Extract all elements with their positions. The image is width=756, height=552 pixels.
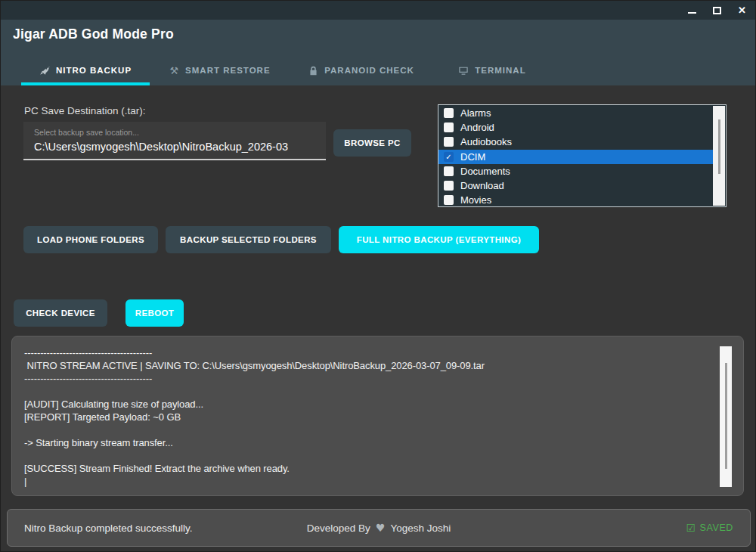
status-bar: Nitro Backup completed successfully. Dev… <box>7 509 751 547</box>
tab-label: NITRO BACKUP <box>56 66 132 75</box>
list-item[interactable]: Audiobooks <box>438 135 713 149</box>
credit-prefix: Developed By <box>307 523 370 534</box>
close-icon: ✕ <box>738 5 746 15</box>
list-item-label: Alarms <box>460 107 491 119</box>
log-panel: ----------------------------------------… <box>11 336 744 496</box>
tab-label: SMART RESTORE <box>185 66 270 75</box>
destination-label: PC Save Destination (.tar): <box>24 105 146 116</box>
checkbox-checked-icon: ☑ <box>686 522 696 534</box>
list-item[interactable]: Movies <box>438 193 713 207</box>
destination-value: C:\Users\gsmyogesh\Desktop\NitroBackup_2… <box>34 141 323 153</box>
checkbox[interactable] <box>444 181 454 191</box>
list-item[interactable]: Alarms <box>438 106 713 120</box>
close-button[interactable]: ✕ <box>738 5 746 15</box>
browse-pc-button[interactable]: BROWSE PC <box>333 129 411 157</box>
minimize-icon <box>688 12 696 14</box>
list-item-label: Movies <box>460 194 491 206</box>
header: Jigar ADB God Mode Pro NITRO BACKUP ⚒ SM… <box>1 20 755 85</box>
heart-icon: ♥ <box>376 522 386 534</box>
folder-list-scrollbar[interactable] <box>713 106 725 206</box>
list-item-label: Android <box>460 122 494 133</box>
tab-label: TERMINAL <box>475 66 525 75</box>
destination-input[interactable]: Select backup save location... C:\Users\… <box>23 122 326 160</box>
check-device-button[interactable]: CHECK DEVICE <box>14 299 107 327</box>
checkbox[interactable] <box>444 122 454 132</box>
maximize-button[interactable] <box>713 7 721 14</box>
tab-smart-restore[interactable]: ⚒ SMART RESTORE <box>152 58 288 85</box>
status-message: Nitro Backup completed successfully. <box>24 523 193 534</box>
tab-paranoid-check[interactable]: PARANOID CHECK <box>290 58 432 85</box>
log-output[interactable]: ----------------------------------------… <box>24 346 708 489</box>
tab-bar: NITRO BACKUP ⚒ SMART RESTORE PARANOID CH… <box>1 58 550 85</box>
credit-name: Yogesh Joshi <box>390 523 451 534</box>
list-item-label: DCIM <box>460 151 485 163</box>
checkbox[interactable] <box>444 137 454 147</box>
app-title: Jigar ADB God Mode Pro <box>13 26 174 42</box>
list-item-label: Download <box>460 180 504 191</box>
list-item-label: Audiobooks <box>460 136 512 147</box>
lock-icon <box>308 66 318 76</box>
scrollbar-thumb[interactable] <box>725 363 727 469</box>
rocket-icon <box>39 65 50 76</box>
titlebar: ✕ <box>1 1 755 20</box>
scrollbar-thumb[interactable] <box>718 119 720 174</box>
checkbox[interactable] <box>444 166 454 176</box>
list-item[interactable]: Download <box>438 178 713 193</box>
log-scrollbar[interactable] <box>720 346 732 487</box>
destination-placeholder: Select backup save location... <box>34 128 139 137</box>
list-item[interactable]: Android <box>438 120 713 135</box>
list-item-label: Documents <box>460 166 510 177</box>
tab-terminal[interactable]: TERMINAL <box>435 58 550 85</box>
tools-icon: ⚒ <box>169 65 179 76</box>
terminal-icon <box>458 66 469 76</box>
folder-list[interactable]: Alarms Android Audiobooks ✓ DCIM Documen… <box>438 104 727 207</box>
saved-badge: ☑ SAVED <box>686 522 733 534</box>
list-item[interactable]: Documents <box>438 164 713 178</box>
saved-label: SAVED <box>700 523 733 533</box>
load-phone-folders-button[interactable]: LOAD PHONE FOLDERS <box>23 226 158 253</box>
app-window: ✕ Jigar ADB God Mode Pro NITRO BACKUP ⚒ … <box>0 0 756 552</box>
reboot-button[interactable]: REBOOT <box>125 299 184 327</box>
tab-label: PARANOID CHECK <box>324 66 414 75</box>
tab-nitro-backup[interactable]: NITRO BACKUP <box>21 58 150 85</box>
backup-selected-folders-button[interactable]: BACKUP SELECTED FOLDERS <box>166 226 331 253</box>
checkbox[interactable] <box>444 195 454 205</box>
checkbox[interactable]: ✓ <box>444 152 454 162</box>
minimize-button[interactable] <box>688 8 696 14</box>
folder-list-rows: Alarms Android Audiobooks ✓ DCIM Documen… <box>438 106 713 207</box>
maximize-icon <box>713 7 721 14</box>
checkbox[interactable] <box>444 108 454 118</box>
list-item[interactable]: ✓ DCIM <box>438 150 713 164</box>
developer-credit: Developed By ♥ Yogesh Joshi <box>307 522 451 534</box>
full-nitro-backup-button[interactable]: FULL NITRO BACKUP (EVERYTHING) <box>339 226 539 253</box>
